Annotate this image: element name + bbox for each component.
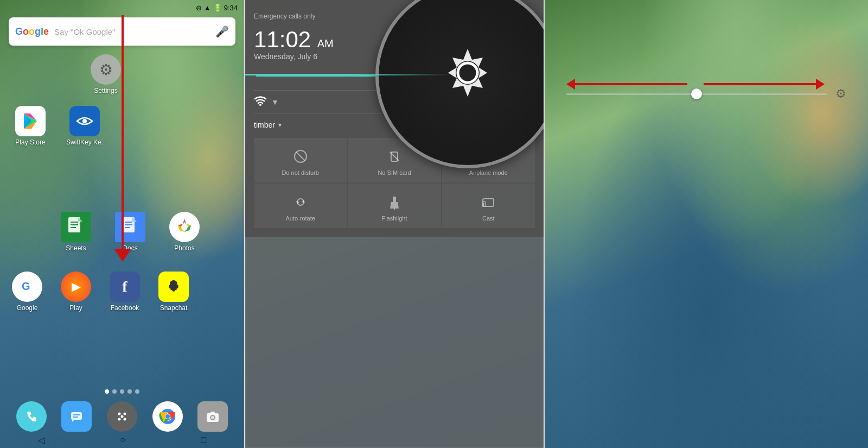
no-sim-tile-label: No SIM card: [378, 169, 411, 176]
dot-1: [105, 389, 109, 394]
cast-tile-label: Cast: [482, 215, 495, 222]
map-brightness-gear-icon: ⚙: [835, 87, 846, 101]
page-indicator: [0, 389, 244, 394]
do-not-disturb-tile-icon: [291, 147, 310, 166]
snapchat-label: Snapchat: [160, 304, 188, 312]
sheets-label: Sheets: [66, 244, 86, 252]
svg-point-22: [118, 418, 120, 421]
svg-rect-7: [71, 224, 78, 225]
svg-marker-14: [132, 217, 137, 222]
map-slider-thumb[interactable]: [691, 89, 702, 99]
svg-point-4: [82, 119, 87, 123]
svg-line-36: [296, 152, 305, 161]
mic-icon[interactable]: 🎤: [215, 25, 229, 38]
map-screen: ⚙: [545, 0, 868, 448]
svg-point-15: [181, 224, 188, 230]
app-row-1: Play Store SwiftKey Ke.: [9, 106, 106, 146]
svg-rect-8: [71, 227, 76, 228]
svg-point-28: [165, 414, 170, 419]
nav-bar: ◁ ○ □: [0, 432, 244, 448]
network-name: timber: [254, 121, 275, 129]
notification-shade-panel: Emergency calls only 🔋 78% ⚙ 11:02 AM We…: [245, 0, 544, 448]
svg-point-34: [259, 104, 261, 106]
dock-messages[interactable]: [61, 401, 92, 432]
do-not-disturb-status-icon: ⊖: [196, 4, 202, 12]
svg-rect-18: [73, 414, 80, 415]
tile-auto-rotate[interactable]: Auto-rotate: [254, 184, 347, 228]
dock-phone[interactable]: [16, 401, 47, 432]
swiftkey-label: SwiftKey Ke.: [66, 138, 103, 146]
dock-camera[interactable]: [197, 401, 228, 432]
dot-5: [135, 389, 139, 394]
back-button[interactable]: ◁: [38, 435, 44, 445]
svg-rect-44: [483, 199, 494, 206]
arrowhead-right: [816, 79, 825, 90]
facebook-icon[interactable]: f Facebook: [103, 272, 146, 312]
airplane-tile-label: Airplane mode: [469, 169, 508, 176]
flashlight-tile-label: Flashlight: [381, 215, 407, 222]
do-not-disturb-tile-label: Do not disturb: [282, 169, 318, 176]
gear-large-icon: [424, 33, 511, 119]
sheets-icon[interactable]: Sheets: [54, 212, 98, 252]
right-arrow: [704, 79, 825, 90]
status-bar: ⊖ ▲ 🔋 9:34: [0, 0, 244, 15]
network-dropdown-icon[interactable]: ▾: [278, 121, 282, 129]
auto-rotate-tile-icon: [291, 192, 310, 212]
google-app-label: Google: [17, 304, 38, 312]
no-sim-tile-icon: [385, 147, 404, 166]
play-store-label: Play Store: [15, 138, 45, 146]
dot-4: [127, 389, 132, 394]
home-screen: ⊖ ▲ 🔋 9:34 Google Say "Ok Google" 🎤 ⚙ Se…: [0, 0, 244, 448]
svg-point-20: [118, 413, 120, 415]
play-store-icon[interactable]: Play Store: [9, 106, 52, 146]
svg-marker-9: [78, 217, 82, 222]
tile-flashlight[interactable]: Flashlight: [348, 184, 441, 228]
search-placeholder: Say "Ok Google": [54, 27, 210, 36]
svg-text:G: G: [22, 280, 30, 292]
dot-3: [120, 389, 124, 394]
dock-chrome[interactable]: [152, 401, 183, 432]
facebook-label: Facebook: [111, 304, 139, 312]
svg-point-24: [120, 415, 123, 418]
flashlight-tile-icon: [385, 192, 404, 212]
emergency-text: Emergency calls only: [254, 12, 315, 20]
photos-icon[interactable]: Photos: [163, 212, 206, 252]
svg-rect-19: [73, 417, 78, 418]
annotation-arrow: [114, 15, 131, 262]
svg-rect-41: [393, 197, 396, 202]
play-music-label: Play: [69, 304, 82, 312]
auto-rotate-tile-label: Auto-rotate: [285, 215, 315, 222]
svg-rect-6: [71, 222, 78, 223]
left-arrow: [566, 79, 687, 90]
dock: [0, 401, 244, 432]
svg-point-23: [123, 418, 126, 421]
wifi-icon: [254, 95, 267, 109]
svg-point-21: [123, 413, 126, 415]
photos-label: Photos: [174, 244, 194, 252]
tile-do-not-disturb[interactable]: Do not disturb: [254, 138, 347, 182]
map-slider-track[interactable]: [566, 93, 827, 95]
map-overlay: [545, 0, 868, 448]
svg-point-31: [211, 416, 214, 419]
tile-cast[interactable]: Cast: [442, 184, 535, 228]
app-row-3: G Google ▶ Play f Facebook Snapchat: [5, 272, 195, 312]
wifi-expand-icon[interactable]: ▼: [271, 98, 279, 106]
swiftkey-icon[interactable]: SwiftKey Ke.: [63, 106, 106, 146]
play-music-icon[interactable]: ▶ Play: [54, 272, 98, 312]
dot-2: [112, 389, 117, 394]
brightness-teal-line: [245, 74, 451, 75]
wifi-status-icon: ▲: [204, 4, 211, 12]
home-button[interactable]: ○: [120, 435, 125, 445]
status-time: 9:34: [224, 4, 238, 12]
google-app-icon[interactable]: G Google: [5, 272, 49, 312]
arrow-shaft-left: [575, 83, 687, 85]
svg-rect-17: [71, 412, 82, 420]
dock-launcher[interactable]: [107, 401, 137, 432]
snapchat-icon[interactable]: Snapchat: [152, 272, 195, 312]
battery-status-icon: 🔋: [213, 4, 222, 12]
arrow-shaft-right: [704, 83, 816, 85]
cast-tile-icon: [478, 192, 498, 212]
recents-button[interactable]: □: [201, 435, 207, 445]
time-value: 11:02 AM: [254, 27, 334, 52]
arrowhead-left: [566, 79, 575, 90]
